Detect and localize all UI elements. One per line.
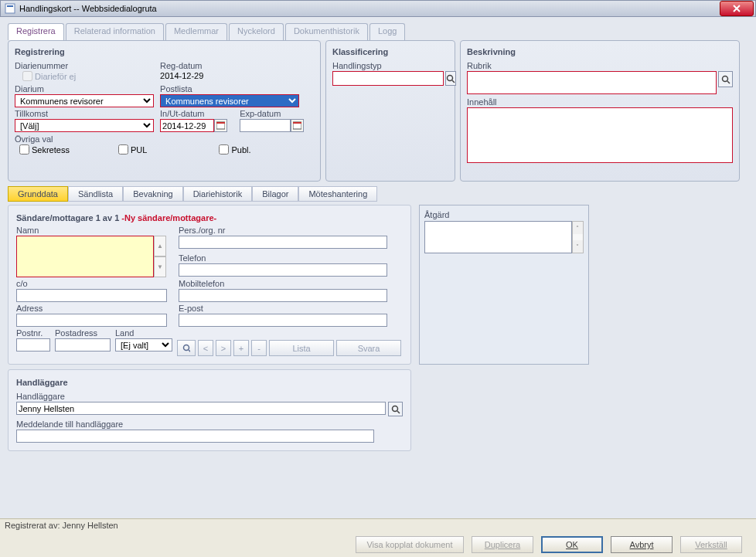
- namn-textarea[interactable]: [16, 236, 154, 277]
- epost-input[interactable]: [179, 314, 387, 327]
- diarium-label: Diarium: [15, 84, 158, 93]
- visa-kopplat-dokument-button[interactable]: Visa kopplat dokument: [356, 536, 464, 553]
- handlingstyp-label: Handlingstyp: [332, 61, 448, 70]
- svg-point-8: [722, 76, 727, 81]
- postnr-input[interactable]: [16, 338, 50, 352]
- ovriga-val-label: Övriga val: [15, 134, 314, 144]
- inut-datum-input[interactable]: [160, 119, 214, 132]
- tab-registrera[interactable]: Registrera: [8, 23, 64, 40]
- atgard-scrollbar[interactable]: ˄ ˅: [572, 221, 584, 253]
- diariefor-ej-checkbox: [22, 71, 32, 81]
- mobil-input[interactable]: [179, 289, 387, 302]
- pul-label: PUL: [131, 145, 147, 155]
- handlingstyp-input[interactable]: [332, 71, 444, 86]
- sub-tabs: Grunddata Sändlista Bevakning Diariehist…: [8, 186, 748, 202]
- telefon-input[interactable]: [179, 263, 387, 277]
- epost-label: E-post: [179, 304, 387, 313]
- handlaggare-search-button[interactable]: [388, 402, 403, 416]
- exp-datum-input[interactable]: [240, 119, 291, 132]
- meddelande-input[interactable]: [16, 430, 374, 443]
- publ-checkbox[interactable]: [219, 144, 229, 155]
- namn-spin-down[interactable]: ▼: [154, 256, 166, 277]
- tab-logg[interactable]: Logg: [369, 23, 405, 40]
- atgard-panel: Åtgärd ˄ ˅: [419, 205, 589, 365]
- svara-button[interactable]: Svara: [336, 340, 401, 356]
- svg-rect-0: [5, 4, 15, 13]
- postlista-select[interactable]: Kommunens revisorer: [160, 94, 299, 107]
- handlaggare-input[interactable]: [16, 402, 386, 415]
- tillkomst-select[interactable]: [Välj]: [15, 119, 154, 132]
- diarium-select[interactable]: Kommunens revisorer: [15, 94, 154, 107]
- tab-dokumenthistorik[interactable]: Dokumenthistorik: [285, 23, 368, 40]
- sender-prev-button[interactable]: <: [198, 340, 213, 356]
- handlingstyp-search-button[interactable]: [445, 71, 456, 86]
- sender-remove-button[interactable]: -: [251, 340, 267, 356]
- tab-medlemmar[interactable]: Medlemmar: [165, 23, 227, 40]
- rubrik-label: Rubrik: [467, 61, 733, 70]
- registrering-title: Registrering: [15, 47, 314, 56]
- rubrik-search-button[interactable]: [718, 71, 733, 87]
- persorg-label: Pers./org. nr: [179, 226, 387, 235]
- namn-spin-up[interactable]: ▲: [154, 236, 166, 256]
- subtab-sandlista[interactable]: Sändlista: [68, 186, 123, 202]
- status-text: Registrerat av: Jenny Hellsten: [5, 521, 118, 530]
- atgard-textarea[interactable]: [424, 221, 572, 253]
- svg-point-12: [392, 406, 397, 411]
- verkstall-button[interactable]: Verkställ: [680, 536, 742, 553]
- publ-label: Publ.: [231, 145, 250, 155]
- svg-rect-5: [293, 122, 301, 124]
- svg-line-7: [452, 80, 455, 83]
- svg-line-9: [727, 81, 730, 83]
- innehall-textarea[interactable]: [467, 107, 733, 163]
- handlaggare-panel: Handläggare Handläggare Meddelande till …: [8, 369, 411, 451]
- avbryt-button[interactable]: Avbryt: [611, 536, 673, 553]
- sekretess-checkbox[interactable]: [19, 144, 29, 155]
- subtab-bilagor[interactable]: Bilagor: [252, 186, 298, 202]
- co-input[interactable]: [16, 289, 167, 302]
- subtab-diariehistorik[interactable]: Diariehistorik: [183, 186, 253, 202]
- scroll-up-button[interactable]: ˄: [573, 222, 583, 234]
- beskrivning-title: Beskrivning: [467, 47, 733, 56]
- lista-button[interactable]: Lista: [269, 340, 334, 356]
- postnr-label: Postnr.: [16, 328, 50, 338]
- innehall-label: Innehåll: [467, 97, 733, 107]
- subtab-grunddata[interactable]: Grunddata: [8, 186, 68, 202]
- inut-datum-label: In/Ut-datum: [160, 109, 237, 118]
- svg-point-6: [448, 75, 453, 80]
- subtab-moteshantering[interactable]: Möteshantering: [298, 186, 377, 202]
- handlaggare-label: Handläggare: [16, 392, 403, 401]
- subtab-bevakning[interactable]: Bevakning: [123, 186, 182, 202]
- klassificering-panel: Klassificering Handlingstyp: [325, 40, 455, 182]
- adress-input[interactable]: [16, 314, 167, 327]
- rubrik-input[interactable]: [467, 71, 717, 94]
- scroll-track[interactable]: [573, 234, 583, 240]
- sandare-mottagare-title: Sändare/mottagare 1 av 1 -Ny sändare/mot…: [16, 213, 403, 222]
- postadress-input[interactable]: [55, 338, 111, 352]
- tab-relaterad-information[interactable]: Relaterad information: [66, 23, 164, 40]
- reg-datum-label: Reg-datum: [160, 61, 203, 70]
- inut-datum-picker-button[interactable]: [214, 119, 227, 132]
- sender-next-button[interactable]: >: [216, 340, 231, 356]
- mobil-label: Mobiltelefon: [179, 279, 387, 288]
- pul-checkbox[interactable]: [118, 144, 128, 155]
- sender-search-button[interactable]: [177, 340, 196, 356]
- postlista-label: Postlista: [160, 84, 299, 93]
- close-button[interactable]: [720, 1, 754, 16]
- duplicera-button[interactable]: Duplicera: [472, 536, 533, 553]
- diariefor-ej-label: Diarieför ej: [35, 72, 76, 81]
- tab-nyckelord[interactable]: Nyckelord: [229, 23, 284, 40]
- postadress-label: Postadress: [55, 328, 111, 338]
- svg-point-10: [184, 345, 189, 350]
- land-select[interactable]: [Ej valt]: [115, 338, 172, 352]
- ok-button[interactable]: OK: [541, 536, 603, 553]
- sandare-mottagare-panel: Sändare/mottagare 1 av 1 -Ny sändare/mot…: [8, 205, 411, 365]
- exp-datum-picker-button[interactable]: [291, 119, 304, 132]
- meddelande-label: Meddelande till handläggare: [16, 419, 403, 429]
- persorg-input[interactable]: [179, 236, 387, 249]
- sekretess-label: Sekretess: [32, 145, 70, 155]
- sender-add-button[interactable]: +: [233, 340, 249, 356]
- scroll-down-button[interactable]: ˅: [573, 240, 583, 253]
- svg-rect-1: [7, 5, 13, 7]
- telefon-label: Telefon: [179, 253, 387, 263]
- namn-label: Namn: [16, 226, 171, 235]
